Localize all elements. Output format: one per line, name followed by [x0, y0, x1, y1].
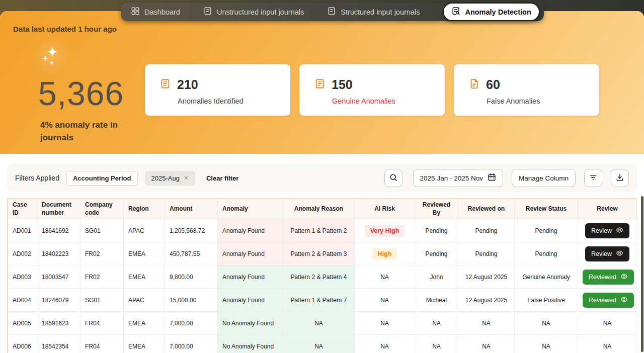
- cell-amount: 7,000.00: [165, 312, 218, 335]
- cell-case-id: AD003: [8, 266, 37, 289]
- cell-case-id: AD001: [8, 219, 37, 242]
- stat-value: 150: [332, 77, 353, 92]
- stat-value: 210: [177, 77, 198, 92]
- cell-reviewed-on: Pending: [458, 219, 515, 242]
- tab-label: Unstructured input journals: [217, 8, 304, 16]
- cell-review: NA: [578, 335, 637, 353]
- cell-ai-risk: Very High: [355, 219, 415, 242]
- eye-icon: [620, 273, 628, 281]
- tab-label: Anomaly Detection: [465, 8, 531, 16]
- table-toolbar: 2025 Jan - 2025 Nov Manage Column: [384, 169, 629, 187]
- cell-region: APAC: [124, 219, 165, 242]
- column-header-case-id: Case ID: [8, 199, 37, 219]
- filter-bar: Filters Applied Accounting Period 2025-A…: [7, 164, 637, 192]
- last-updated-text: Data last updated 1 hour ago: [13, 25, 117, 33]
- tab-anomaly-detection[interactable]: Anomaly Detection: [443, 3, 539, 21]
- table-panel: Filters Applied Accounting Period 2025-A…: [0, 154, 644, 353]
- table-row: AD004 18246079 SG01 APAC 15,000.00 Anoma…: [8, 289, 637, 312]
- review-button[interactable]: Review: [585, 223, 629, 238]
- column-header-company-code: Company code: [80, 199, 124, 219]
- cell-case-id: AD006: [8, 335, 37, 353]
- main-content: Data last updated 1 hour ago 5,366 4% an…: [0, 11, 644, 353]
- column-header-review: Review: [578, 199, 637, 219]
- cell-region: EMEA: [124, 312, 165, 335]
- stat-card-anomalies-identified: 210 Anomalies Identified: [145, 64, 290, 116]
- review-button[interactable]: Review: [585, 246, 629, 261]
- date-range-label: 2025 Jan - 2025 Nov: [420, 174, 483, 182]
- reviewed-button[interactable]: Reviewed: [583, 293, 634, 308]
- cell-document-number: 18246079: [37, 289, 80, 312]
- cell-ai-risk: High: [355, 242, 415, 266]
- risk-badge-very-high: Very High: [365, 225, 405, 237]
- filter-chip-value: 2025-Aug: [151, 174, 180, 182]
- column-header-anomaly: Anomaly: [218, 199, 283, 219]
- eye-icon: [620, 296, 628, 304]
- vertical-scrollbar[interactable]: [641, 196, 643, 352]
- review-button-label: Review: [591, 227, 612, 234]
- cell-anomaly-reason: Pattern 1 & Pattern 2: [283, 219, 355, 242]
- filter-chip-2025-aug[interactable]: 2025-Aug ✕: [145, 171, 195, 186]
- page-folded-icon: [469, 78, 479, 92]
- reviewed-button-label: Reviewed: [589, 274, 616, 281]
- cell-anomaly: Anomaly Found: [218, 219, 283, 242]
- column-header-region: Region: [124, 199, 165, 219]
- cell-region: EMEA: [124, 335, 165, 353]
- cell-anomaly-reason: NA: [283, 312, 355, 335]
- cell-ai-risk: NA: [355, 312, 415, 335]
- column-header-reviewed-by: Reviewed By: [415, 199, 458, 219]
- anomaly-rate-text: 4% anomaly rate in journals: [40, 119, 138, 144]
- main-tab-bar: Dashboard Unstructured input journals St…: [121, 3, 544, 21]
- cell-review-status: Pending: [515, 242, 578, 266]
- search-icon: [389, 173, 398, 184]
- sparkle-icon: [39, 44, 63, 68]
- search-button[interactable]: [384, 169, 403, 187]
- document-lines-icon: [314, 78, 325, 92]
- cell-anomaly: No Anomaly Found: [218, 312, 283, 335]
- column-header-document-number: Document number: [37, 199, 80, 219]
- document-lines-icon: [160, 78, 171, 92]
- journal-icon: [327, 7, 336, 17]
- filter-button[interactable]: [584, 169, 602, 187]
- table-row: AD006 18542354 FR04 EMEA 7,000.00 No Ano…: [8, 335, 637, 353]
- cell-reviewed-by: NA: [415, 312, 458, 335]
- cell-review-status: False Positive: [515, 289, 578, 312]
- cell-reviewed-on: Pending: [458, 242, 515, 266]
- cell-review: Review: [578, 242, 637, 266]
- cell-review-status: Genuine Anomaly: [515, 266, 578, 289]
- remove-filter-icon[interactable]: ✕: [184, 174, 189, 182]
- cell-anomaly: No Anomaly Found: [218, 335, 283, 353]
- app-window: Dashboard Unstructured input journals St…: [0, 0, 644, 353]
- cell-amount: 15,000.00: [165, 289, 218, 312]
- cell-amount: 7,000.00: [165, 335, 218, 353]
- tab-dashboard[interactable]: Dashboard: [131, 7, 180, 17]
- filter-chip-accounting-period[interactable]: Accounting Period: [66, 171, 138, 186]
- dashboard-icon: [131, 7, 140, 17]
- cell-reviewed-on: NA: [458, 335, 515, 353]
- tab-structured-input-journals[interactable]: Structured input journals: [327, 7, 420, 17]
- calendar-icon: [488, 173, 496, 183]
- column-header-anomaly-reason: Anomaly Reason: [283, 199, 355, 219]
- cell-case-id: AD002: [8, 242, 37, 266]
- cell-review: Reviewed: [578, 266, 637, 289]
- reviewed-button[interactable]: Reviewed: [583, 270, 634, 285]
- filters-applied-label: Filters Applied: [15, 174, 59, 182]
- cell-reviewed-by: Pending: [415, 242, 458, 266]
- risk-badge-high: High: [372, 248, 397, 260]
- cell-reviewed-on: 12 August 2025: [458, 289, 515, 312]
- eye-icon: [616, 227, 623, 235]
- date-range-button[interactable]: 2025 Jan - 2025 Nov: [413, 169, 503, 187]
- journal-search-icon: [451, 7, 460, 17]
- cell-reviewed-by: Pending: [415, 219, 458, 242]
- table-header-row: Case ID Document number Company code Reg…: [8, 199, 637, 219]
- clear-filter-link[interactable]: Clear filter: [206, 174, 238, 182]
- stat-label: False Anomalies: [487, 97, 599, 105]
- manage-column-button[interactable]: Manage Column: [512, 169, 576, 187]
- download-button[interactable]: [611, 169, 629, 187]
- cell-region: APAC: [124, 289, 165, 312]
- cell-amount: 450,787.55: [165, 242, 218, 266]
- tab-unstructured-input-journals[interactable]: Unstructured input journals: [203, 7, 304, 17]
- stat-label: Genuine Anomalies: [332, 97, 445, 105]
- cell-anomaly: Anomaly Found: [218, 242, 283, 266]
- cell-company-code: FR04: [80, 335, 124, 353]
- cell-case-id: AD004: [8, 289, 37, 312]
